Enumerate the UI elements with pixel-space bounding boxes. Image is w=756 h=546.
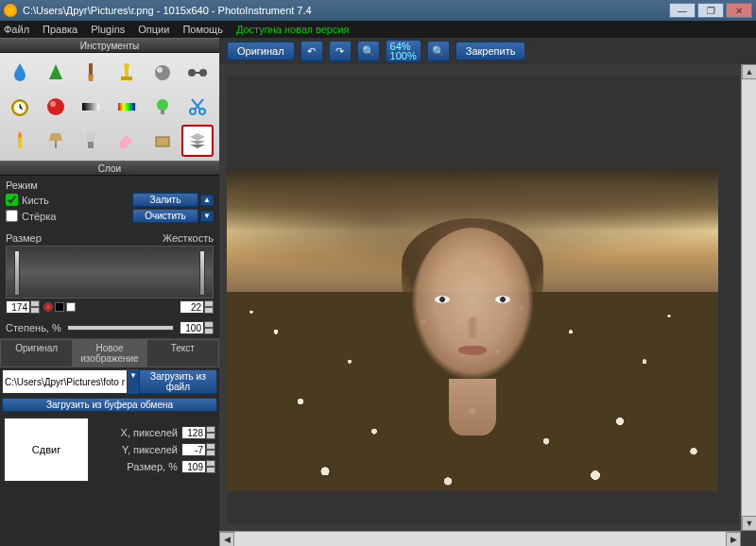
filepath-dropdown[interactable]: ▼ bbox=[128, 369, 139, 394]
tools-grid bbox=[0, 53, 219, 161]
tool-drop-icon[interactable] bbox=[4, 57, 36, 89]
strength-slider[interactable] bbox=[67, 325, 174, 331]
vertical-scrollbar[interactable]: ▲ ▼ bbox=[741, 64, 756, 531]
tool-orb-icon[interactable] bbox=[146, 57, 179, 89]
sidebar: Инструменты Слои Режим Кисть bbox=[0, 38, 219, 546]
toolbar-original-button[interactable]: Оригинал bbox=[227, 42, 295, 60]
hardness-spin-up[interactable]: ▴ bbox=[204, 300, 214, 307]
tool-candle-icon[interactable] bbox=[4, 125, 36, 157]
tool-barbell-icon[interactable] bbox=[181, 57, 214, 89]
scroll-right-icon[interactable]: ▶ bbox=[726, 532, 741, 546]
zoom-display[interactable]: 64%100% bbox=[386, 40, 421, 62]
x-input[interactable] bbox=[181, 426, 206, 439]
svg-rect-21 bbox=[88, 142, 94, 148]
hardness-slider-handle[interactable] bbox=[199, 250, 205, 296]
menu-bar: Файл Правка Plugins Опции Помощь Доступн… bbox=[0, 21, 756, 38]
horizontal-scrollbar[interactable]: ◀ ▶ bbox=[219, 531, 741, 546]
color-black-icon[interactable] bbox=[55, 302, 64, 312]
redo-icon[interactable]: ↷ bbox=[329, 41, 352, 61]
undo-icon[interactable]: ↶ bbox=[301, 41, 323, 61]
y-input[interactable] bbox=[181, 443, 206, 456]
zoom-in-icon[interactable]: 🔍 bbox=[427, 41, 450, 61]
scroll-left-icon[interactable]: ◀ bbox=[219, 532, 234, 546]
tool-eraser-icon[interactable] bbox=[111, 125, 143, 157]
hardness-input[interactable] bbox=[180, 300, 204, 314]
layers-panel-title: Слои bbox=[0, 161, 219, 176]
zoom-out-icon[interactable]: 🔍 bbox=[357, 41, 380, 61]
clear-button[interactable]: Очистить bbox=[132, 209, 198, 223]
tool-scissors-icon[interactable] bbox=[181, 91, 214, 123]
fill-up-button[interactable]: ▲ bbox=[200, 195, 214, 206]
menu-edit[interactable]: Правка bbox=[43, 24, 77, 35]
tool-gradient-bw-icon[interactable] bbox=[75, 91, 107, 123]
mode-title: Режим bbox=[6, 179, 214, 191]
svg-point-15 bbox=[157, 99, 168, 111]
tool-cone-icon[interactable] bbox=[40, 57, 72, 89]
tool-redcircle-icon[interactable] bbox=[40, 91, 72, 123]
scroll-up-icon[interactable]: ▲ bbox=[742, 64, 756, 79]
shift-preview[interactable]: Сдвиг bbox=[4, 418, 89, 482]
load-clipboard-button[interactable]: Загрузить из буфера обмена bbox=[2, 398, 217, 412]
params-panel: Сдвиг X, пикселей▴▾ Y, пикселей▴▾ Размер… bbox=[0, 414, 219, 486]
svg-rect-8 bbox=[194, 72, 201, 74]
strength-label: Степень, % bbox=[6, 322, 61, 333]
tool-clock-icon[interactable] bbox=[4, 91, 36, 123]
size-input[interactable] bbox=[6, 300, 30, 314]
size-spin-down[interactable]: ▾ bbox=[30, 307, 40, 314]
color-red-icon[interactable] bbox=[43, 302, 53, 312]
color-white-icon[interactable] bbox=[66, 302, 76, 312]
tab-text[interactable]: Текст bbox=[146, 339, 219, 367]
menu-plugins[interactable]: Plugins bbox=[91, 24, 125, 35]
tool-layers-icon[interactable] bbox=[181, 125, 214, 157]
svg-point-11 bbox=[47, 98, 64, 115]
load-file-button[interactable]: Загрузить из файл bbox=[139, 369, 217, 394]
tool-patch-icon[interactable] bbox=[146, 125, 179, 157]
tool-stamp-icon[interactable] bbox=[111, 57, 143, 89]
tool-brush-icon[interactable] bbox=[75, 57, 107, 89]
tab-new-image[interactable]: Новое изображение bbox=[73, 339, 146, 367]
window-titlebar: C:\Users\Друг\Pictures\г.png - 1015x640 … bbox=[0, 0, 756, 21]
canvas-viewport[interactable] bbox=[227, 76, 739, 523]
menu-help[interactable]: Помощь bbox=[182, 24, 223, 35]
tab-original[interactable]: Оригинал bbox=[0, 339, 73, 367]
close-button[interactable]: ✕ bbox=[726, 3, 752, 18]
tool-bulb-green-icon[interactable] bbox=[146, 91, 179, 123]
tool-cfl-icon[interactable] bbox=[75, 125, 107, 157]
canvas-toolbar: Оригинал ↶ ↷ 🔍 64%100% 🔍 Закрепить bbox=[219, 38, 756, 64]
scroll-down-icon[interactable]: ▼ bbox=[742, 516, 756, 531]
psize-label: Размер, % bbox=[127, 461, 178, 472]
fill-button[interactable]: Залить bbox=[132, 193, 198, 207]
eraser-checkbox[interactable]: Стёрка bbox=[6, 210, 56, 222]
tool-lamp-icon[interactable] bbox=[40, 125, 72, 157]
tool-gradient-color-icon[interactable] bbox=[111, 91, 143, 123]
svg-point-5 bbox=[157, 67, 163, 73]
strength-spin-down[interactable]: ▾ bbox=[204, 328, 214, 334]
tools-panel-title: Инструменты bbox=[0, 38, 219, 53]
svg-rect-1 bbox=[121, 77, 132, 80]
filepath-input[interactable] bbox=[2, 369, 128, 394]
strength-spin-up[interactable]: ▴ bbox=[204, 321, 214, 328]
size-slider-handle[interactable] bbox=[14, 250, 20, 296]
svg-rect-14 bbox=[118, 103, 135, 111]
minimize-button[interactable]: — bbox=[669, 3, 696, 18]
menu-options[interactable]: Опции bbox=[138, 24, 169, 35]
pin-button[interactable]: Закрепить bbox=[455, 42, 526, 60]
svg-rect-0 bbox=[89, 63, 93, 75]
clear-down-button[interactable]: ▼ bbox=[200, 211, 214, 222]
x-label: X, пикселей bbox=[121, 427, 178, 438]
sliders-panel: Размер Жесткость ▴▾ ▴▾ bbox=[0, 229, 219, 317]
menu-file[interactable]: Файл bbox=[4, 24, 29, 35]
hardness-spin-down[interactable]: ▾ bbox=[204, 307, 214, 314]
brush-checkbox[interactable]: Кисть bbox=[6, 194, 49, 206]
new-version-link[interactable]: Доступна новая версия bbox=[236, 24, 350, 35]
image-tabs: Оригинал Новое изображение Текст bbox=[0, 338, 219, 367]
strength-input[interactable] bbox=[180, 321, 204, 334]
maximize-button[interactable]: ❐ bbox=[697, 3, 724, 18]
size-label: Размер bbox=[6, 232, 42, 244]
svg-point-4 bbox=[155, 65, 170, 80]
size-spin-up[interactable]: ▴ bbox=[30, 300, 40, 307]
slider-track[interactable] bbox=[6, 246, 214, 299]
strength-row: Степень, % ▴▾ bbox=[0, 317, 219, 338]
svg-point-12 bbox=[50, 101, 56, 107]
psize-input[interactable] bbox=[181, 460, 206, 473]
